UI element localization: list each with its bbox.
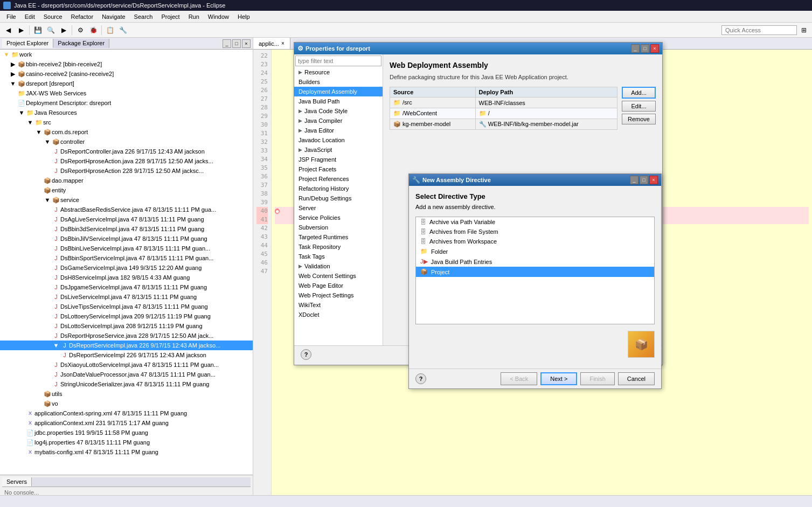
directive-item-java-build[interactable]: J▶ Java Build Path Entries (416, 256, 654, 267)
nav-task-repository[interactable]: Task Repository (294, 242, 383, 252)
menu-source[interactable]: Source (39, 12, 67, 21)
nav-wikitext[interactable]: WikiText (294, 300, 383, 310)
menu-project[interactable]: Project (157, 12, 184, 21)
tree-item-dao-mapper[interactable]: 📦 dao.mapper (0, 176, 253, 185)
nav-java-build-path[interactable]: Java Build Path (294, 96, 383, 106)
toolbar-btn-save[interactable]: 💾 (32, 24, 44, 36)
nav-targeted-runtimes[interactable]: Targeted Runtimes (294, 232, 383, 242)
menu-run[interactable]: Run (184, 12, 204, 21)
menu-refactor[interactable]: Refactor (67, 12, 98, 21)
nav-builders[interactable]: Builders (294, 77, 383, 87)
properties-max-btn[interactable]: □ (641, 44, 649, 53)
tree-item-dsxiaoyu[interactable]: J DsXiaoyuLottoServiceImpl.java 47 8/13/… (0, 360, 253, 370)
directive-item-folder[interactable]: 📁 Folder (416, 246, 654, 256)
tree-item-dslottoery[interactable]: J DsLottoeryServiceImpl.java 209 9/12/15… (0, 311, 253, 321)
assembly-min-btn[interactable]: _ (630, 176, 639, 184)
nav-web-project-settings[interactable]: Web Project Settings (294, 290, 383, 300)
tree-item-jaxws[interactable]: 📁 JAX-WS Web Services (0, 88, 253, 98)
properties-close-btn[interactable]: × (650, 44, 659, 53)
toolbar-btn-1[interactable]: ◀ (2, 24, 14, 36)
menu-search[interactable]: Search (130, 12, 157, 21)
tree-item-hproseaction[interactable]: J DsReportHproseAction.java 228 9/17/15 … (0, 156, 253, 166)
tree-item-jdbc[interactable]: 📄 jdbc.properties 191 9/9/15 11:58 PM gu… (0, 428, 253, 437)
nav-javadoc[interactable]: Javadoc Location (294, 135, 383, 145)
tree-item-dsbbinsport[interactable]: J DsBbinSportServiceImpl.java 47 8/13/15… (0, 253, 253, 263)
tree-item-stringunicode[interactable]: J StringUnicodeSerializer.java 47 8/13/1… (0, 379, 253, 389)
toolbar-btn-6[interactable]: 🐞 (87, 24, 99, 36)
toolbar-btn-7[interactable]: 📋 (104, 24, 116, 36)
nav-validation[interactable]: ▶ Validation (294, 261, 383, 271)
nav-jsp-fragment[interactable]: JSP Fragment (294, 155, 383, 164)
cancel-btn[interactable]: Cancel (618, 372, 655, 385)
tree-item-json[interactable]: J JsonDateValueProcessor.java 47 8/13/15… (0, 370, 253, 379)
nav-web-content[interactable]: Web Content Settings (294, 271, 383, 281)
tree-item-dsbbbinlive[interactable]: J DsBbinLiveServiceImpl.java 47 8/13/15 … (0, 244, 253, 253)
editor-tab-applic[interactable]: applic... × (253, 38, 290, 49)
menu-help[interactable]: Help (233, 12, 254, 21)
back-btn[interactable]: < Back (501, 372, 537, 385)
tree-item-dsh8[interactable]: J DsH8ServiceImpl.java 182 9/8/15 4:33 A… (0, 273, 253, 282)
nav-project-references[interactable]: Project References (294, 174, 383, 184)
properties-min-btn[interactable]: _ (631, 44, 640, 53)
tree-item-java-res[interactable]: ▼ 📁 Java Resources (0, 108, 253, 117)
tree-item-casino[interactable]: ▶ 📦 casino-receive2 [casino-receive2] (0, 69, 253, 79)
directive-item-archives-ws[interactable]: 🗄 Archives from Workspace (416, 237, 654, 246)
tree-item-dsreport[interactable]: ▼ 📦 dsreport [dsreport] (0, 79, 253, 88)
panel-close-btn[interactable]: × (242, 39, 251, 48)
panel-minimize-btn[interactable]: _ (223, 39, 231, 48)
menu-navigate[interactable]: Navigate (98, 12, 129, 21)
toolbar-btn-4[interactable]: ▶ (58, 24, 70, 36)
tree-item-dslive[interactable]: J DsLiveServiceImpl.java 47 8/13/15 11:1… (0, 292, 253, 302)
tree-item-service[interactable]: ▼ 📦 service (0, 195, 253, 205)
nav-resource[interactable]: ▶ Resource (294, 67, 383, 77)
nav-subversion[interactable]: Subversion (294, 223, 383, 232)
tree-item-appcontext[interactable]: X applicationContext.xml 231 9/17/15 1:1… (0, 418, 253, 428)
assembly-row-1[interactable]: 📁 /src WEB-INF/classes (390, 98, 617, 108)
remove-btn[interactable]: Remove (622, 114, 656, 124)
finish-btn[interactable]: Finish (580, 372, 614, 385)
toolbar-btn-5[interactable]: ⚙ (74, 24, 86, 36)
tree-item-src[interactable]: ▼ 📁 src (0, 117, 253, 127)
properties-help-btn[interactable]: ? (301, 349, 311, 360)
tree-item-utils[interactable]: 📦 utils (0, 389, 253, 399)
nav-xdoclet[interactable]: XDoclet (294, 310, 383, 320)
tree-item-dslivetips[interactable]: J DsLiveTipsServiceImpl.java 47 8/13/15 … (0, 302, 253, 311)
menu-file[interactable]: File (2, 12, 20, 21)
tree-item-bbin[interactable]: ▶ 📦 bbin-receive2 [bbin-receive2] (0, 59, 253, 69)
properties-filter-input[interactable] (295, 55, 381, 66)
tree-item-appcontext-spring[interactable]: X applicationContext-spring.xml 47 8/13/… (0, 408, 253, 418)
tree-item-dsjpgame[interactable]: J DsJpgameServiceImpl.java 47 8/13/15 11… (0, 282, 253, 292)
assembly-row-2[interactable]: 📁 /WebContent 📁 / (390, 108, 617, 119)
tree-item-dslag[interactable]: J DsAgLiveServiceImpl.java 47 8/13/15 11… (0, 214, 253, 224)
tab-project-explorer[interactable]: Project Explorer (2, 39, 53, 48)
nav-server[interactable]: Server (294, 203, 383, 213)
tree-item-dslotto[interactable]: J DsLottoServiceImpl.java 208 9/12/15 11… (0, 321, 253, 331)
tree-item-dsbbin3d[interactable]: J DsBbin3dServiceImpl.java 47 8/13/15 11… (0, 224, 253, 234)
tree-item-dsreporthprose[interactable]: J DsReportHproseService.java 228 9/17/15… (0, 331, 253, 341)
tab-close-icon[interactable]: × (281, 40, 284, 46)
tree-item-log4j[interactable]: 📄 log4j.properties 47 8/13/15 11:11 PM g… (0, 437, 253, 447)
nav-deployment-assembly[interactable]: Deployment Assembly (294, 87, 383, 96)
tree-item-dsbbinjil[interactable]: J DsBbinJilVServiceImpl.java 47 8/13/15 … (0, 234, 253, 244)
tree-item-controller[interactable]: ▼ 📦 controller (0, 137, 253, 147)
tree-item-dsreportservice[interactable]: ▼ J DsReportServiceImpl.java 226 9/17/15… (0, 341, 253, 350)
directive-item-archives-fs[interactable]: 🗄 Archives from File System (416, 227, 654, 237)
tab-servers[interactable]: Servers (2, 477, 32, 487)
tree-item-mybatis[interactable]: X mybatis-config.xml 47 8/13/15 11:11 PM… (0, 447, 253, 457)
tree-item-com-ds[interactable]: ▼ 📦 com.ds.report (0, 127, 253, 137)
panel-maximize-btn[interactable]: □ (232, 39, 241, 48)
nav-service-policies[interactable]: Service Policies (294, 213, 383, 223)
toolbar-btn-3[interactable]: 🔍 (45, 24, 57, 36)
tree-item-hproseaction2[interactable]: J DsReportHproseAction 228 9/17/15 12:50… (0, 166, 253, 176)
assembly-close-btn[interactable]: × (649, 176, 658, 184)
toolbar-btn-8[interactable]: 🔧 (117, 24, 129, 36)
nav-task-tags[interactable]: Task Tags (294, 252, 383, 261)
directive-item-archive-path[interactable]: 🗄 Archive via Path Variable (416, 217, 654, 227)
toolbar-btn-2[interactable]: ▶ (15, 24, 27, 36)
nav-refactoring[interactable]: Refactoring History (294, 184, 383, 193)
tree-item-abstract-redis[interactable]: J AbstractBaseRedisService.java 47 8/13/… (0, 205, 253, 214)
add-btn[interactable]: Add... (622, 87, 656, 99)
tree-item-descriptor[interactable]: 📄 Deployment Descriptor: dsreport (0, 98, 253, 108)
nav-java-compiler[interactable]: ▶ Java Compiler (294, 116, 383, 126)
nav-java-code-style[interactable]: ▶ Java Code Style (294, 106, 383, 116)
